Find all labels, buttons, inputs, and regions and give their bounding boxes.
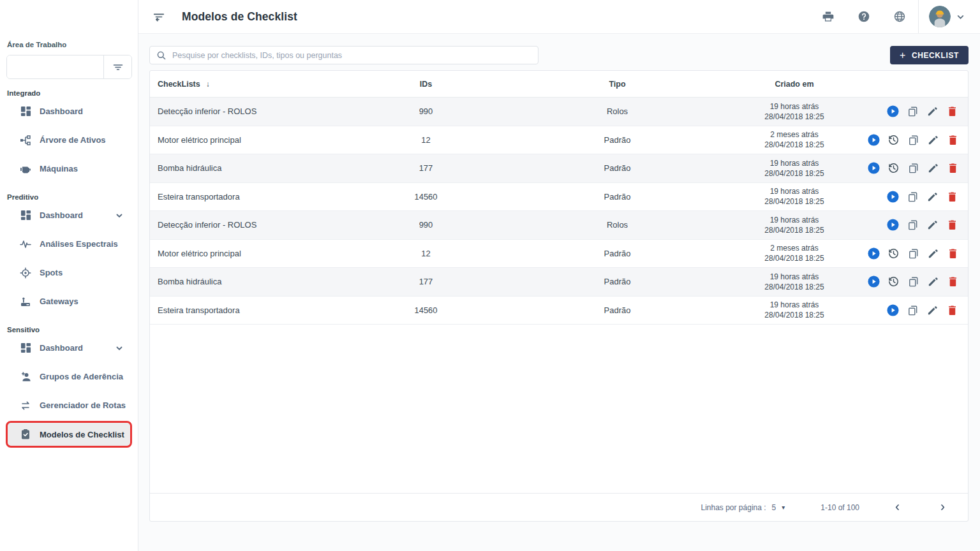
edit-icon[interactable] [927,276,939,288]
edit-icon[interactable] [926,191,939,203]
row-actions [868,105,968,117]
checklist-tipo: Padrão [514,277,721,286]
workspace-filter-button[interactable] [103,55,131,78]
rows-per-page-label: Linhas por página : [701,503,766,512]
globe-icon[interactable] [893,10,907,24]
copy-icon[interactable] [907,134,919,146]
next-page-icon[interactable] [938,503,947,512]
sidebar-item-label: Dashboard [40,343,83,353]
copy-icon[interactable] [907,304,919,316]
sidebar-item-spots[interactable]: Spots [6,258,132,287]
created-date: 28/04/2018 18:25 [721,225,868,235]
workspace-input[interactable] [7,55,103,78]
edit-icon[interactable] [926,219,939,231]
sidebar-item-gateways[interactable]: Gateways [6,287,132,316]
chevron-down-icon[interactable] [956,13,965,21]
page-title: Modelos de Checklist [182,10,297,24]
sidebar-item-arvore-de-ativos[interactable]: Árvore de Ativos [6,126,132,154]
column-header-ids[interactable]: IDs [338,80,514,89]
checklist-tipo: Rolos [514,220,721,230]
play-icon[interactable] [868,276,880,288]
copy-icon[interactable] [907,162,919,174]
sidebar-item-analises-espectrais[interactable]: Análises Espectrais [6,230,132,258]
sidebar-item-label: Modelos de Checklist [40,430,124,439]
column-header-tipo[interactable]: Tipo [514,80,721,89]
spot-target-icon [20,267,31,279]
help-icon[interactable] [857,10,871,24]
checklist-name: Bomba hidráulica [150,277,338,286]
play-icon[interactable] [887,191,899,203]
sidebar-item-gerenciador-de-rotas[interactable]: Gerenciador de Rotas [6,391,132,420]
play-icon[interactable] [868,162,880,174]
chevron-down-icon[interactable] [115,344,123,352]
chevron-down-icon[interactable] [115,212,123,219]
delete-icon[interactable] [946,304,958,316]
sort-descending-icon[interactable]: ↓ [206,80,210,89]
checklist-created: 19 horas atrás 28/04/2018 18:25 [721,186,868,207]
previous-page-icon[interactable] [893,503,902,512]
sidebar-item-grupos-de-aderencia[interactable]: Grupos de Aderência [6,362,132,391]
table-row: Esteira transportadora 14560 Padrão 19 h… [150,297,968,325]
play-icon[interactable] [887,105,899,117]
column-header-checklists[interactable]: CheckLists ↓ [150,80,338,89]
sidebar-item-label: Spots [40,268,63,277]
copy-icon[interactable] [907,276,919,288]
delete-icon[interactable] [947,276,959,288]
copy-icon[interactable] [907,219,919,231]
avatar[interactable] [929,6,951,27]
edit-icon[interactable] [927,134,939,146]
history-icon[interactable] [887,247,900,260]
section-label-preditivo: Preditivo [7,193,138,201]
edit-icon[interactable] [927,162,939,174]
delete-icon[interactable] [946,105,958,117]
delete-icon[interactable] [947,162,959,174]
sidebar-item-dashboard-preditivo[interactable]: Dashboard [6,201,132,230]
top-bar: Modelos de Checklist [138,0,980,34]
play-icon[interactable] [868,247,880,260]
column-header-criado-em[interactable]: Criado em [721,80,868,89]
person-add-icon [20,371,31,383]
sidebar-item-label: Máquinas [40,164,78,173]
print-icon[interactable] [821,10,835,24]
play-icon[interactable] [887,304,899,316]
copy-icon[interactable] [907,191,919,203]
checklist-tipo: Rolos [514,107,721,116]
checklist-created: 19 horas atrás 28/04/2018 18:25 [721,158,868,179]
delete-icon[interactable] [946,191,958,203]
sidebar-item-label: Gateways [40,297,78,306]
edit-icon[interactable] [927,247,939,260]
created-date: 28/04/2018 18:25 [721,310,868,320]
top-bar-actions [799,0,965,33]
sidebar-item-maquinas[interactable]: Máquinas [6,154,132,183]
delete-icon[interactable] [946,219,958,231]
checklist-created: 19 horas atrás 28/04/2018 18:25 [721,300,868,320]
history-icon[interactable] [887,162,900,174]
play-icon[interactable] [868,134,880,146]
sidebar-item-dashboard-sensitivo[interactable]: Dashboard [6,334,132,362]
delete-icon[interactable] [947,134,959,146]
row-actions [868,276,969,288]
delete-icon[interactable] [947,247,959,260]
checklist-created: 19 horas atrás 28/04/2018 18:25 [721,272,868,292]
add-checklist-button[interactable]: + CHECKLIST [890,46,969,64]
table-row: Detecção inferior - ROLOS 990 Rolos 19 h… [150,211,968,240]
collapse-sidebar-icon[interactable] [151,9,167,24]
rows-per-page-select[interactable]: Linhas por página : 5 ▾ [701,503,785,512]
created-relative: 19 horas atrás [721,101,868,112]
row-actions [868,219,968,231]
dashboard-icon [20,342,31,354]
sidebar-item-modelos-de-checklist[interactable]: Modelos de Checklist [6,421,132,448]
edit-icon[interactable] [926,105,939,117]
checklist-created: 2 meses atrás 28/04/2018 18:25 [721,129,868,150]
asset-tree-icon [20,135,31,146]
history-icon[interactable] [887,276,900,288]
created-date: 28/04/2018 18:25 [721,282,868,292]
search-input[interactable] [172,51,531,60]
add-checklist-label: CHECKLIST [912,51,959,60]
play-icon[interactable] [887,219,899,231]
sidebar-item-dashboard-integrado[interactable]: Dashboard [6,97,132,126]
history-icon[interactable] [887,134,900,146]
copy-icon[interactable] [907,247,919,260]
copy-icon[interactable] [907,105,919,117]
edit-icon[interactable] [926,304,939,316]
